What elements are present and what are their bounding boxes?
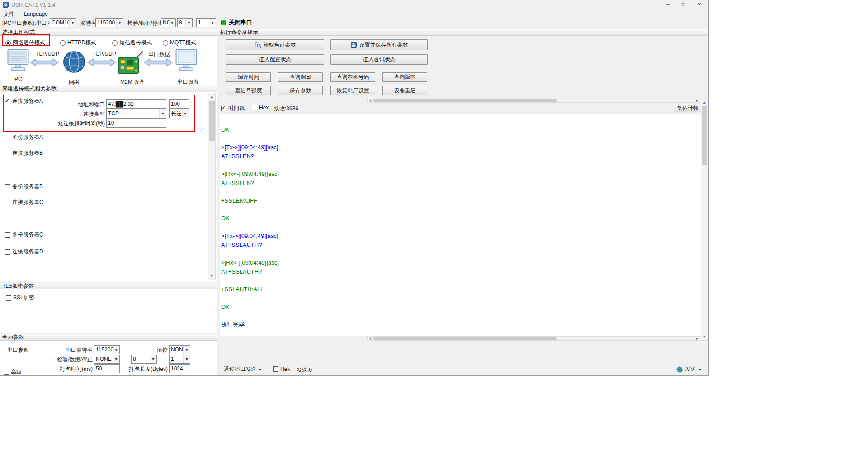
connect-server-c-checkbox[interactable]: 连接服务器C bbox=[5, 199, 43, 206]
chevron-down-icon: ▾ bbox=[169, 19, 175, 27]
radio-sms-passthrough[interactable]: 短信透传模式 bbox=[112, 39, 152, 47]
global-baud-select[interactable]: 115200▾ bbox=[94, 345, 120, 354]
log-output[interactable]: OK >[Tx->][09:04:49][asc] AT+SSLEN? >[Rx… bbox=[220, 114, 701, 336]
factory-reset-button[interactable]: 恢复出厂设置 bbox=[330, 86, 375, 95]
checkbox-icon bbox=[6, 295, 11, 301]
chevron-down-icon: ▾ bbox=[113, 355, 119, 363]
checkbox-icon bbox=[5, 200, 10, 205]
scrollbar-thumb[interactable] bbox=[209, 101, 215, 141]
scrollbar-thumb[interactable] bbox=[373, 337, 557, 340]
window-title: USR-CAT1 V1.1.4 bbox=[11, 2, 55, 8]
conn-type-select[interactable]: TCP▾ bbox=[106, 109, 166, 118]
scroll-left-icon[interactable]: ◄ bbox=[368, 337, 373, 340]
chevron-down-icon: ▾ bbox=[113, 346, 119, 354]
set-save-params-button[interactable]: 设置并保存所有参数 bbox=[330, 39, 428, 50]
enter-comm-button[interactable]: 进入通讯状态 bbox=[330, 54, 428, 65]
checkbox-icon bbox=[221, 106, 226, 111]
query-version-button[interactable]: 查询版本 bbox=[382, 72, 427, 82]
databits-select[interactable]: 8▾ bbox=[177, 18, 193, 27]
flow-control-select[interactable]: NONE▾ bbox=[169, 345, 190, 354]
radio-mqtt-mode[interactable]: MQTT模式 bbox=[163, 39, 196, 47]
checkbox-icon bbox=[4, 370, 9, 375]
scroll-up-icon[interactable]: ▲ bbox=[208, 93, 215, 100]
query-signal-button[interactable]: 查信号强度 bbox=[226, 86, 271, 95]
baud-select[interactable]: 115200▾ bbox=[95, 18, 123, 27]
pack-time-input[interactable]: 50 bbox=[94, 364, 120, 373]
stopbits-select[interactable]: 1▾ bbox=[196, 18, 216, 27]
pack-length-input[interactable]: 1024 bbox=[169, 364, 190, 373]
timestamp-checkbox[interactable]: 时间戳 bbox=[221, 104, 245, 112]
com-port-select[interactable]: COM10▾ bbox=[50, 18, 76, 27]
chevron-down-icon: ▾ bbox=[183, 346, 190, 354]
close-serial-button[interactable]: 关闭串口 bbox=[221, 19, 252, 27]
query-number-button[interactable]: 查询本机号码 bbox=[330, 72, 375, 82]
address-input[interactable]: 47.██2.32 bbox=[106, 99, 166, 109]
log-vscrollbar[interactable]: ▲ ▼ bbox=[701, 99, 708, 341]
reboot-button[interactable]: 设备重启 bbox=[382, 86, 427, 95]
left-panel-scrollbar[interactable]: ▲ ▼ bbox=[208, 93, 216, 280]
log-line: AT+SSLAUTH? bbox=[221, 267, 701, 276]
chevron-down-icon: ▾ bbox=[69, 19, 76, 27]
radio-icon bbox=[5, 40, 11, 46]
menubar: 文件 Language bbox=[0, 9, 708, 17]
checkbox-icon bbox=[5, 184, 10, 189]
timeout-input[interactable]: 10 bbox=[106, 118, 166, 128]
hex-send-checkbox[interactable]: Hex bbox=[273, 366, 290, 372]
server-a-checkbox[interactable]: 连接服务器A bbox=[5, 97, 43, 105]
log-line bbox=[221, 134, 701, 143]
menu-file[interactable]: 文件 bbox=[0, 10, 18, 18]
reset-count-button[interactable]: 复位计数 bbox=[674, 104, 702, 112]
radio-icon bbox=[60, 40, 66, 46]
pc-monitor-icon bbox=[7, 49, 29, 72]
global-parity-select[interactable]: NONE▾ bbox=[94, 355, 120, 364]
log-line: >[Rx<-][09:04:49][asc] bbox=[221, 170, 701, 179]
advanced-checkbox[interactable]: 高级 bbox=[4, 368, 22, 376]
global-stopbits-select[interactable]: 1▾ bbox=[169, 355, 190, 364]
ssl-checkbox[interactable]: SSL加密 bbox=[6, 294, 34, 302]
diagram-link1-label: TCP/UDP bbox=[35, 51, 59, 57]
parity-select[interactable]: NONI▾ bbox=[161, 18, 176, 27]
scroll-left-icon[interactable]: ◄ bbox=[368, 99, 373, 102]
send-icon bbox=[676, 366, 683, 373]
command-group-header: 执行命令及提示 bbox=[218, 28, 708, 36]
get-params-button[interactable]: 获取当前参数 bbox=[226, 39, 324, 50]
hex-recv-checkbox[interactable]: Hex bbox=[252, 104, 269, 111]
keepalive-select[interactable]: 长连接▾ bbox=[169, 109, 189, 118]
radio-httpd-mode[interactable]: HTTPD模式 bbox=[60, 39, 96, 47]
save-params-button[interactable]: 保存参数 bbox=[278, 86, 323, 95]
log-line bbox=[221, 249, 701, 258]
compile-time-button[interactable]: 编译时间 bbox=[226, 72, 271, 82]
scrollbar-thumb[interactable] bbox=[373, 99, 557, 102]
pack-length-label: 打包长度(Bytes) bbox=[125, 365, 168, 373]
backup-server-a-checkbox[interactable]: 备份服务器A bbox=[5, 133, 43, 141]
radio-net-passthrough[interactable]: 网络透传模式 bbox=[5, 39, 45, 47]
send-via-dropdown[interactable]: 通过串口发送 ▾ bbox=[224, 365, 261, 373]
global-databits-select[interactable]: 8▾ bbox=[131, 355, 157, 364]
chevron-down-icon: ▾ bbox=[182, 109, 189, 118]
close-button[interactable]: ✕ bbox=[692, 0, 707, 9]
radio-icon bbox=[163, 40, 168, 46]
enter-config-button[interactable]: 进入配置状态 bbox=[226, 54, 324, 65]
query-imei-button[interactable]: 查询IMEI bbox=[278, 72, 323, 82]
backup-server-c-checkbox[interactable]: 备份服务器C bbox=[5, 231, 43, 239]
log-line bbox=[221, 205, 701, 214]
port-input[interactable]: 100 bbox=[169, 99, 189, 109]
backup-server-b-checkbox[interactable]: 备份服务器B bbox=[5, 183, 43, 190]
minimize-button[interactable]: ─ bbox=[660, 0, 675, 9]
menu-language[interactable]: Language bbox=[20, 10, 51, 17]
chevron-down-icon: ▾ bbox=[209, 19, 216, 27]
serial-status-icon bbox=[221, 20, 226, 25]
scrollbar-thumb[interactable] bbox=[702, 106, 707, 165]
connect-server-d-checkbox[interactable]: 连接服务器D bbox=[5, 248, 43, 256]
scroll-up-icon[interactable]: ▲ bbox=[701, 99, 708, 106]
log-top-hscrollbar[interactable]: ◄ ► bbox=[367, 99, 700, 103]
scroll-right-icon[interactable]: ► bbox=[694, 337, 700, 340]
connect-server-b-checkbox[interactable]: 连接服务器B bbox=[5, 149, 43, 157]
scroll-down-icon[interactable]: ▼ bbox=[208, 273, 215, 280]
log-bottom-hscrollbar[interactable]: ◄ ► bbox=[367, 336, 700, 341]
send-button[interactable]: 发送 ▾ bbox=[676, 365, 701, 373]
scroll-right-icon[interactable]: ► bbox=[694, 99, 700, 102]
maximize-button[interactable]: □ bbox=[676, 0, 690, 9]
work-mode-group-header: 选择工作模式 bbox=[0, 28, 217, 36]
scroll-down-icon[interactable]: ▼ bbox=[701, 333, 708, 340]
